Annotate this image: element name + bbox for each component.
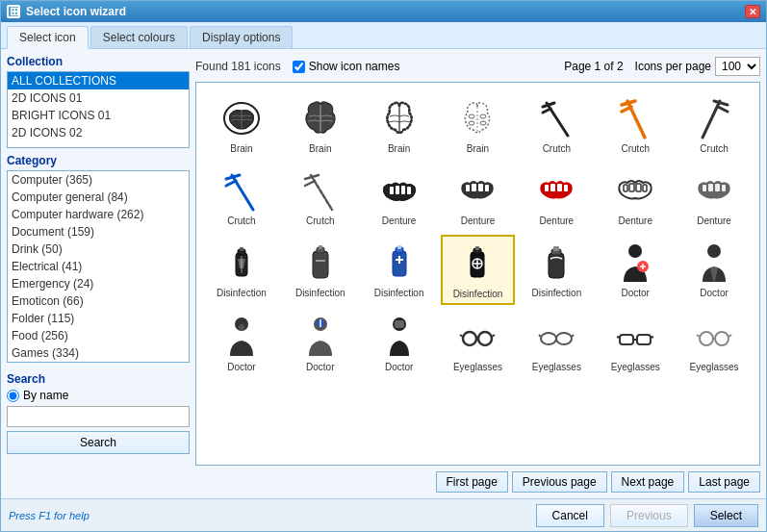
disinfection-icon-2 [297, 240, 344, 286]
icon-label-13: Denture [618, 215, 652, 226]
crutch-icon-5 [297, 167, 344, 214]
icon-cell-17[interactable]: Disinfection [362, 235, 437, 305]
icon-cell-16[interactable]: Disinfection [283, 235, 358, 305]
icon-cell-11[interactable]: Denture [441, 163, 516, 231]
next-page-button[interactable]: Next page [611, 471, 685, 493]
icon-cell-7[interactable]: Crutch [677, 90, 752, 159]
icon-cell-10[interactable]: Denture [362, 163, 437, 231]
icon-cell-14[interactable]: Denture [677, 163, 752, 231]
collection-item-all[interactable]: ALL COLLECTIONS [8, 72, 189, 89]
previous-button[interactable]: Previous [610, 504, 688, 527]
category-computer[interactable]: Computer (365) [8, 171, 189, 189]
svg-line-18 [714, 101, 728, 105]
last-page-button[interactable]: Last page [688, 471, 760, 493]
icon-cell-21[interactable]: Doctor [677, 235, 752, 305]
icon-label-26: Eyeglasses [532, 362, 581, 372]
icons-per-page-select[interactable]: 100 50 200 [715, 57, 760, 76]
category-label: Category [7, 154, 190, 167]
svg-point-72 [707, 244, 721, 258]
show-names-label[interactable]: Show icon names [293, 60, 400, 73]
icon-cell-28[interactable]: Eyeglasses [677, 309, 752, 377]
brain-icon-2 [297, 95, 344, 141]
svg-rect-39 [629, 184, 634, 191]
category-general[interactable]: General (74) [8, 362, 189, 363]
cancel-button[interactable]: Cancel [536, 504, 604, 527]
collection-item-2d02[interactable]: 2D ICONS 02 [8, 124, 189, 141]
page-info: Page 1 of 2 [564, 60, 623, 73]
icon-cell-18[interactable]: Disinfection [441, 235, 516, 305]
category-folder[interactable]: Folder (115) [8, 310, 189, 327]
tab-select-colours[interactable]: Select colours [90, 26, 188, 48]
svg-line-21 [226, 175, 240, 179]
icon-cell-27[interactable]: Eyeglasses [598, 309, 673, 377]
top-bar: Found 181 icons Show icon names Page 1 o… [195, 55, 760, 78]
tab-select-icon[interactable]: Select icon [7, 26, 89, 49]
icon-cell-15[interactable]: Disinfection [204, 235, 279, 305]
icon-cell-8[interactable]: Crutch [204, 163, 279, 231]
tab-display-options[interactable]: Display options [190, 26, 293, 48]
search-label: Search [7, 372, 190, 386]
icon-label-3: Brain [388, 143, 410, 154]
doctor-icon-3 [218, 314, 265, 360]
icon-cell-22[interactable]: Doctor [204, 309, 279, 377]
icon-cell-23[interactable]: Doctor [283, 309, 358, 377]
brain-icon-3 [376, 95, 422, 141]
category-emoticon[interactable]: Emoticon (66) [8, 292, 189, 310]
category-computer-general[interactable]: Computer general (84) [8, 189, 189, 206]
svg-rect-50 [313, 251, 328, 278]
category-electrical[interactable]: Electrical (41) [8, 258, 189, 275]
svg-rect-48 [240, 247, 243, 251]
svg-rect-33 [485, 185, 489, 191]
icon-cell-4[interactable]: Brain [441, 90, 516, 159]
main-content: Collection ALL COLLECTIONS 2D ICONS 01 B… [1, 49, 766, 498]
category-list[interactable]: Computer (365) Computer general (84) Com… [7, 170, 190, 363]
icon-cell-12[interactable]: Denture [519, 163, 594, 231]
select-button[interactable]: Select [694, 504, 758, 527]
show-names-checkbox[interactable] [293, 61, 305, 73]
icon-cell-24[interactable]: Doctor [362, 309, 437, 377]
category-food[interactable]: Food (256) [8, 327, 189, 344]
icon-cell-25[interactable]: Eyeglasses [441, 309, 516, 377]
doctor-icon-4 [297, 314, 344, 360]
svg-line-99 [729, 335, 731, 337]
icon-cell-26[interactable]: Eyeglasses [519, 309, 594, 377]
icon-cell-5[interactable]: Crutch [519, 90, 594, 159]
category-games[interactable]: Games (334) [8, 344, 189, 362]
svg-rect-28 [401, 186, 405, 194]
icon-label-5: Crutch [543, 143, 571, 154]
search-input[interactable] [7, 406, 190, 427]
icon-cell-2[interactable]: Brain [283, 90, 358, 159]
icon-cell-9[interactable]: Crutch [283, 163, 358, 231]
search-section: Search By name Search [7, 372, 190, 454]
icon-label-28: Eyeglasses [689, 362, 738, 372]
search-button[interactable]: Search [7, 431, 190, 454]
svg-rect-32 [478, 184, 483, 191]
eyeglasses-icon-3 [612, 314, 658, 360]
crutch-icon-2 [612, 95, 658, 141]
icon-cell-6[interactable]: Crutch [598, 90, 673, 159]
by-name-radio[interactable] [7, 390, 19, 402]
category-computer-hardware[interactable]: Computer hardware (262) [8, 206, 189, 223]
icon-cell-13[interactable]: Denture [598, 163, 673, 231]
icon-label-2: Brain [309, 143, 331, 154]
category-emergency[interactable]: Emergency (24) [8, 275, 189, 292]
close-button[interactable]: ✕ [745, 5, 760, 18]
icon-grid-container[interactable]: Brain Brain [195, 82, 760, 466]
crutch-icon-1 [533, 95, 579, 141]
icon-cell-19[interactable]: Disinfection [519, 235, 594, 305]
collection-list[interactable]: ALL COLLECTIONS 2D ICONS 01 BRIGHT ICONS… [7, 71, 190, 148]
category-document[interactable]: Document (159) [8, 223, 189, 241]
icon-cell-20[interactable]: Doctor [598, 235, 673, 305]
tab-bar: Select icon Select colours Display optio… [1, 22, 766, 49]
eyeglasses-icon-1 [454, 314, 500, 360]
category-section: Category Computer (365) Computer general… [7, 154, 190, 363]
icon-cell-3[interactable]: Brain [362, 90, 437, 159]
category-drink[interactable]: Drink (50) [8, 241, 189, 258]
collection-item-bright01[interactable]: BRIGHT ICONS 01 [8, 107, 189, 124]
svg-point-7 [469, 114, 474, 118]
first-page-button[interactable]: First page [436, 471, 508, 493]
svg-line-94 [651, 337, 653, 338]
previous-page-button[interactable]: Previous page [512, 471, 607, 493]
icon-cell-1[interactable]: Brain [204, 90, 279, 159]
collection-item-2d01[interactable]: 2D ICONS 01 [8, 89, 189, 107]
